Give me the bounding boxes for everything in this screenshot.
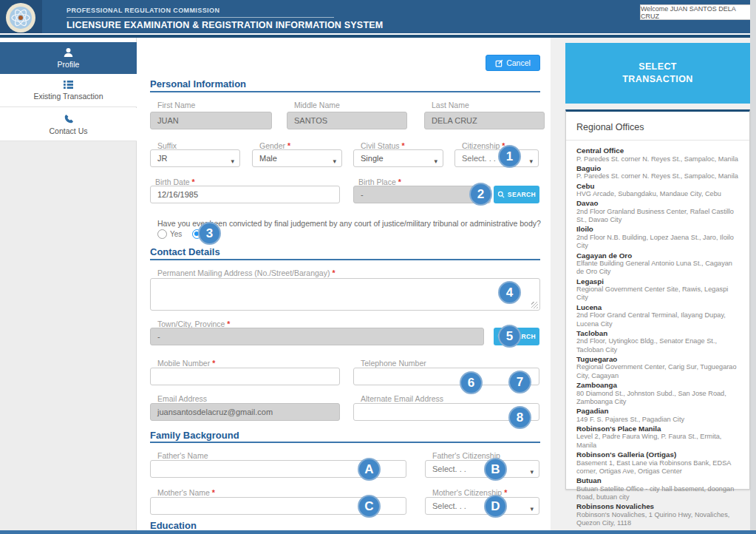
- gender-select[interactable]: Male▾: [252, 149, 342, 167]
- office-address: Butuan Satellite Office - city hall base…: [576, 485, 739, 502]
- office-item: Cagayan de OroElfante Building General A…: [576, 251, 739, 277]
- office-address: Regional Government Center Site, Rawis, …: [576, 285, 739, 303]
- office-address: Basement 1, East Lane via Robinsons Bank…: [576, 459, 739, 476]
- office-name: Cebu: [576, 182, 739, 191]
- sidebar-item-label: Existing Transaction: [34, 92, 103, 101]
- mailing-address-textarea[interactable]: [150, 278, 540, 311]
- office-item: Lucena2nd Floor Grand Central Terminal, …: [576, 303, 739, 328]
- user-icon: [63, 47, 74, 58]
- list-icon: [63, 80, 74, 89]
- mother-citizenship-select[interactable]: Select. . .▾: [425, 497, 539, 515]
- telephone-number-label: Telephone Number: [361, 359, 426, 368]
- chevron-down-icon: ▾: [530, 501, 534, 517]
- office-item: TuguegaraoRegional Government Center, Ca…: [576, 355, 739, 380]
- callout-badge-A: A: [358, 458, 381, 481]
- chevron-down-icon: ▾: [333, 153, 336, 169]
- office-item: CebuHVG Arcade, Subangdaku, Mandaue City…: [576, 182, 739, 199]
- phone-icon: [64, 114, 74, 124]
- callout-badge-4: 4: [498, 281, 521, 304]
- office-name: Robinsons Novaliches: [576, 502, 739, 511]
- section-underline: [150, 442, 540, 443]
- sidebar-item-label: Profile: [58, 60, 80, 69]
- birth-date-field[interactable]: 12/16/1985: [150, 186, 340, 203]
- office-address: 80 Diamond St., Johnston Subd., San Jose…: [576, 390, 739, 407]
- select-transaction-button[interactable]: SELECT TRANSACTION: [565, 43, 750, 104]
- email-label: Email Address: [157, 394, 207, 403]
- sidebar-item-label: Contact Us: [50, 126, 88, 135]
- sidebar-item-profile[interactable]: Profile: [0, 42, 137, 74]
- office-name: Zamboanga: [576, 381, 739, 390]
- civil-status-select[interactable]: Single▾: [353, 149, 443, 167]
- resize-grip-icon[interactable]: [531, 302, 538, 308]
- section-heading-personal: Personal Information: [150, 78, 246, 89]
- office-item: Robinsons NovalichesRobinson's Novaliche…: [576, 502, 739, 527]
- office-name: Tacloban: [576, 329, 739, 338]
- section-heading-education: Education: [150, 520, 197, 531]
- office-address: Elfante Building General Antonio Luna St…: [576, 260, 739, 277]
- last-name-field: DELA CRUZ: [424, 112, 545, 129]
- edit-icon: [495, 59, 503, 67]
- office-item: BaguioP. Paredes St. corner N. Reyes St.…: [576, 164, 739, 181]
- office-address: HVG Arcade, Subangdaku, Mandaue City, Ce…: [576, 190, 739, 198]
- office-name: Central Office: [576, 146, 739, 155]
- email-field: juansantosdelacruz@gmail.com: [150, 403, 340, 421]
- search-icon: [497, 191, 505, 198]
- office-name: Lucena: [576, 303, 739, 312]
- chevron-down-icon: ▾: [231, 153, 234, 169]
- citizenship-select[interactable]: Select. . .▾: [454, 149, 539, 167]
- father-name-label: Father's Name: [157, 451, 208, 460]
- office-name: Pagadian: [576, 407, 739, 416]
- suffix-select[interactable]: JR▾: [150, 149, 240, 167]
- leris-page: PROFESSIONAL REGULATION COMMISSION LICEN…: [0, 0, 756, 534]
- office-address: Level 2, Padre Faura Wing, P. Faura St.,…: [576, 433, 739, 450]
- middle-name-field: SANTOS: [287, 112, 407, 129]
- first-name-label: First Name: [157, 101, 195, 109]
- office-address: 2nd Floor Grand Central Terminal, Ilayan…: [576, 311, 739, 328]
- office-name: Davao: [576, 199, 739, 208]
- office-item: Iloilo2nd Floor N.B. Building, Lopez Jae…: [576, 225, 739, 250]
- office-name: Legaspi: [576, 277, 739, 286]
- office-address: 2nd Floor Granland Business Center, Rafa…: [576, 208, 739, 225]
- conviction-yes-radio[interactable]: Yes: [157, 229, 182, 239]
- office-address: 2nd Floor, Uytingkoc Bldg., Senator Enag…: [576, 337, 739, 354]
- birth-place-search-button[interactable]: SEARCH: [494, 186, 539, 203]
- office-address: Regional Government Center, Carig Sur, T…: [576, 363, 739, 380]
- prc-seal-logo: [0, 0, 42, 33]
- callout-badge-5: 5: [498, 325, 521, 348]
- office-address: 2nd Floor N.B. Building, Lopez Jaena St.…: [576, 234, 739, 251]
- regional-offices-card: Regional Offices Central OfficeP. Parede…: [565, 109, 750, 490]
- office-item: Robinson's Galleria (Ortigas)Basement 1,…: [576, 450, 739, 476]
- office-name: Cagayan de Oro: [576, 251, 739, 260]
- org-name: PROFESSIONAL REGULATION COMMISSION: [67, 7, 219, 14]
- section-underline: [150, 91, 540, 92]
- callout-badge-2: 2: [469, 183, 492, 206]
- office-item: Zamboanga80 Diamond St., Johnston Subd.,…: [576, 381, 739, 406]
- office-address: 149 F. S. Pajares St., Pagadian City: [576, 416, 739, 424]
- office-item: Davao2nd Floor Granland Business Center,…: [576, 199, 739, 224]
- town-city-field: -: [150, 328, 484, 345]
- section-heading-contact: Contact Details: [150, 246, 220, 257]
- cancel-button[interactable]: Cancel: [486, 55, 540, 71]
- mother-name-label: Mother's Name *: [157, 488, 215, 497]
- office-name: Tuguegarao: [576, 355, 739, 364]
- office-address: P. Paredes St. corner N. Reyes St., Samp…: [576, 155, 739, 163]
- sidebar-item-contact-us[interactable]: Contact Us: [0, 108, 137, 141]
- office-item: Robinson's Place ManilaLevel 2, Padre Fa…: [576, 425, 739, 450]
- callout-badge-6: 6: [460, 371, 483, 394]
- mobile-number-field[interactable]: [150, 368, 340, 385]
- chevron-down-icon: ▾: [530, 464, 534, 480]
- section-underline: [150, 259, 540, 260]
- mobile-number-label: Mobile Number *: [157, 359, 215, 368]
- sidebar-item-existing-transaction[interactable]: Existing Transaction: [0, 74, 137, 107]
- callout-badge-3: 3: [198, 222, 221, 245]
- office-name: Robinson's Place Manila: [576, 425, 739, 433]
- welcome-user-badge: Welcome JUAN SANTOS DELA CRUZ: [640, 4, 751, 20]
- radio-unchecked-icon[interactable]: [157, 229, 167, 239]
- callout-badge-C: C: [358, 495, 381, 518]
- system-title: LICENSURE EXAMINATION & REGISTRATION INF…: [67, 20, 383, 30]
- search-button-label: SEARCH: [508, 191, 536, 198]
- callout-badge-1: 1: [498, 145, 521, 168]
- office-item: Tacloban2nd Floor, Uytingkoc Bldg., Sena…: [576, 329, 739, 354]
- callout-badge-8: 8: [508, 406, 531, 429]
- father-citizenship-select[interactable]: Select. . .▾: [425, 460, 539, 478]
